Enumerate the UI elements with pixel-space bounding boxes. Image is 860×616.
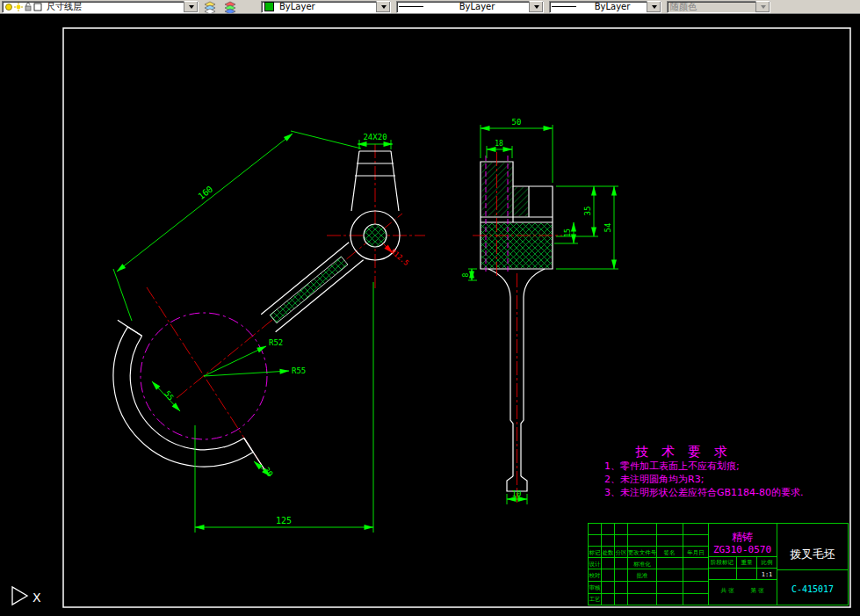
color-combo-dropdown-arrow[interactable] xyxy=(376,1,390,12)
technical-requirements: 技 术 要 求 1、零件加工表面上不应有划痕; 2、未注明圆角均为R3; 3、未… xyxy=(604,444,804,498)
label-check: 校对 xyxy=(589,572,602,579)
label-zone: 分区 xyxy=(616,549,628,556)
ucs-x-label: X xyxy=(33,591,41,605)
tech-req-item-3: 3、未注明形状公差应符合GB1184-80的要求. xyxy=(604,487,804,498)
dim-24x20-label: 24X20 xyxy=(363,133,387,141)
color-combo-value: ByLayer xyxy=(277,2,376,12)
left-view-fork: 160 24X20 125 30 55 R52 R55 R12.5 xyxy=(113,131,425,533)
sun-icon xyxy=(14,3,23,11)
colored-layers-icon xyxy=(223,1,237,13)
layer-combo-dropdown-arrow[interactable] xyxy=(184,1,198,12)
linetype-combo[interactable]: ByLayer xyxy=(396,1,544,13)
dim-125-label: 125 xyxy=(276,516,292,525)
make-object-layer-current-button[interactable] xyxy=(221,0,239,13)
label-sheet-no: 第 张 xyxy=(750,587,764,594)
label-change-doc: 更改文件号 xyxy=(628,549,657,556)
material-process: 精铸 xyxy=(732,531,753,543)
label-sheets: 共 张 xyxy=(720,587,734,594)
dim-18-label: 18 xyxy=(495,140,503,148)
ucs-icon: X xyxy=(12,587,41,605)
label-design: 设计 xyxy=(589,561,602,568)
section-hatch-step xyxy=(514,187,528,216)
label-sign: 签名 xyxy=(664,549,676,556)
label-scale: 比例 xyxy=(762,559,773,566)
label-standard: 标准化 xyxy=(632,561,651,568)
linetype-combo-dropdown-arrow[interactable] xyxy=(529,1,543,12)
layers-icon xyxy=(203,1,217,13)
tech-req-item-2: 2、未注明圆角均为R3; xyxy=(604,474,704,485)
drawing-number: C-415017 xyxy=(791,584,834,594)
fork-outline xyxy=(113,151,400,473)
linetype-combo-value: ByLayer xyxy=(425,2,529,12)
section-hatch-flange xyxy=(481,223,552,268)
label-count: 处数 xyxy=(603,549,615,556)
label-stage: 阶段标记 xyxy=(711,559,734,566)
tech-req-item-1: 1、零件加工表面上不应有划痕; xyxy=(604,460,740,472)
tech-req-title: 技 术 要 求 xyxy=(635,444,731,460)
dim-15-label: 15 xyxy=(564,228,572,237)
right-view-section: 50 18 54 35 15 8 10 xyxy=(462,118,618,504)
model-space-canvas[interactable]: 160 24X20 125 30 55 R52 R55 R12.5 xyxy=(0,14,860,616)
label-audit: 审核 xyxy=(589,584,602,591)
label-approve: 批准 xyxy=(637,572,649,579)
lineweight-sample-line xyxy=(552,6,576,7)
label-weight: 重量 xyxy=(741,559,754,566)
lineweight-combo[interactable]: ByLayer xyxy=(549,1,661,13)
ucs-arrow-icon xyxy=(12,587,27,605)
dim-8-label: 8 xyxy=(462,272,470,277)
dim-r55-label: R55 xyxy=(292,366,306,375)
dim-r52-label: R52 xyxy=(269,338,283,347)
sheet-border xyxy=(63,28,850,607)
scale-value: 1:1 xyxy=(762,571,773,578)
lock-open-icon xyxy=(24,3,33,11)
plotstyle-combo-value: 随颜色 xyxy=(668,2,755,12)
dim-10-label: 10 xyxy=(512,489,522,498)
lineweight-combo-dropdown-arrow[interactable] xyxy=(647,1,661,12)
object-properties-toolbar: 尺寸线层 ByLayer ByLayer ByLayer 随颜色 xyxy=(0,0,860,14)
layer-state-icons xyxy=(3,3,44,11)
linetype-sample-line xyxy=(399,6,423,7)
lineweight-combo-value: ByLayer xyxy=(578,2,647,12)
dim-54-label: 54 xyxy=(603,223,612,233)
layer-combo[interactable]: 尺寸线层 xyxy=(2,1,199,13)
dim-160-label: 160 xyxy=(196,184,214,201)
dim-55-label: 55 xyxy=(163,389,176,402)
dim-50-label: 50 xyxy=(512,118,522,127)
plotstyle-combo: 随颜色 xyxy=(667,1,770,13)
dim-35-label: 35 xyxy=(583,207,592,216)
cad-drawing[interactable]: 160 24X20 125 30 55 R52 R55 R12.5 xyxy=(0,14,860,616)
dim-r125-label: R12.5 xyxy=(389,248,410,267)
layer-properties-button[interactable] xyxy=(201,0,219,13)
label-date: 年月日 xyxy=(687,549,705,556)
part-name: 拨叉毛坯 xyxy=(790,547,835,561)
layer-color-swatch-icon xyxy=(33,3,42,11)
label-process: 工艺 xyxy=(589,596,602,603)
color-combo[interactable]: ByLayer xyxy=(261,1,391,13)
material-grade: ZG310-0570 xyxy=(713,544,771,555)
current-color-swatch xyxy=(264,2,274,11)
dimensions-left xyxy=(113,131,393,533)
bulb-on-icon xyxy=(4,3,13,11)
label-mark: 标记 xyxy=(589,549,602,556)
plotstyle-combo-dropdown-arrow xyxy=(755,1,770,12)
rib-section-hatched xyxy=(270,257,348,323)
layer-combo-value: 尺寸线层 xyxy=(44,2,184,12)
title-block: 精铸 ZG310-0570 拨叉毛坯 C-415017 标记 处数 分区 更改文… xyxy=(589,524,849,605)
